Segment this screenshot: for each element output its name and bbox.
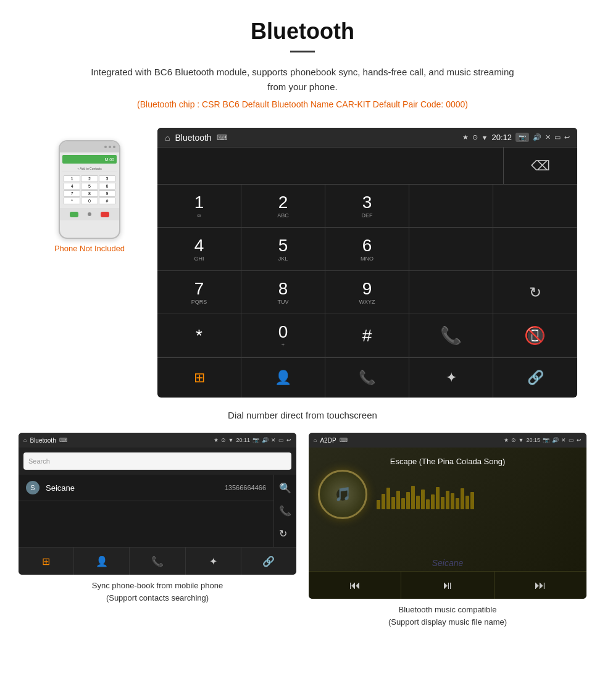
page-title: Bluetooth	[12, 19, 593, 44]
prev-track-button[interactable]: ⏮	[309, 572, 401, 599]
music-status-right: ★ ⊙ ▼ 20:15 📷 🔊 ✕ ▭ ↩	[504, 437, 582, 443]
music-content: Escape (The Pina Colada Song) 🎵	[309, 448, 586, 571]
close-icon[interactable]: ✕	[545, 133, 551, 141]
pb-link-btn[interactable]: 🔗	[241, 548, 296, 575]
bluetooth-status-icon: ★	[462, 133, 469, 141]
toolbar-link-button[interactable]: 🔗	[493, 358, 577, 398]
dial-key-8[interactable]: 8TUV	[241, 271, 325, 314]
phone-green-bar: M:00	[62, 155, 117, 164]
next-track-button[interactable]: ⏭	[494, 572, 586, 599]
pb-grid-btn[interactable]: ⊞	[19, 548, 74, 575]
music-status-left: ⌂ A2DP ⌨	[314, 437, 348, 444]
toolbar-contacts-button[interactable]: 👤	[241, 358, 325, 398]
pb-win-icon[interactable]: ▭	[278, 437, 284, 443]
pb-time: 20:11	[236, 437, 250, 443]
phonebook-right-panel: 🔍 📞 ↻	[273, 475, 296, 547]
music-close-icon[interactable]: ✕	[561, 437, 566, 443]
music-toolbar: ⏮ ⏯ ⏭	[309, 571, 586, 599]
status-time: 20:12	[491, 133, 512, 142]
location-status-icon: ⊙	[472, 133, 478, 141]
pb-bt-btn[interactable]: ✦	[186, 548, 241, 575]
search-placeholder: Search	[28, 457, 50, 465]
music-equalizer-area	[377, 480, 577, 509]
dial-key-hash[interactable]: #	[325, 314, 409, 357]
music-screen-title: A2DP	[320, 437, 336, 444]
delete-button[interactable]: ⌫	[503, 148, 577, 184]
bottom-section: ⌂ Bluetooth ⌨ ★ ⊙ ▼ 20:11 📷 🔊 ✕ ▭ ↩	[12, 433, 593, 628]
dial-key-7[interactable]: 7PQRS	[157, 271, 241, 314]
call-right-icon[interactable]: 📞	[279, 505, 291, 517]
pb-status-right: ★ ⊙ ▼ 20:11 📷 🔊 ✕ ▭ ↩	[214, 437, 291, 443]
end-call-button[interactable]: 📵	[493, 314, 577, 357]
pb-usb-icon: ⌨	[59, 437, 67, 443]
pb-cam-icon[interactable]: 📷	[252, 437, 259, 443]
page-specs: (Bluetooth chip : CSR BC6 Default Blueto…	[12, 99, 593, 109]
toolbar-calls-button[interactable]: 📞	[325, 358, 409, 398]
music-caption: Bluetooth music compatible (Support disp…	[388, 604, 507, 628]
pb-person-btn[interactable]: 👤	[74, 548, 130, 575]
music-loc-icon: ⊙	[511, 437, 516, 443]
back-icon[interactable]: ↩	[564, 133, 570, 141]
dial-key-2[interactable]: 2ABC	[241, 185, 325, 228]
music-vol-icon[interactable]: 🔊	[552, 437, 559, 443]
dial-empty-1	[409, 185, 493, 228]
music-win-icon[interactable]: ▭	[569, 437, 574, 443]
contact-avatar: S	[26, 481, 40, 494]
dial-display: ⌫	[157, 148, 577, 185]
call-button[interactable]: 📞	[409, 314, 493, 357]
music-screen: ⌂ A2DP ⌨ ★ ⊙ ▼ 20:15 📷 🔊 ✕ ▭ ↩	[309, 433, 586, 599]
play-pause-button[interactable]: ⏯	[401, 572, 494, 599]
pb-close-icon[interactable]: ✕	[271, 437, 276, 443]
page-description: Integrated with BC6 Bluetooth module, su…	[86, 65, 519, 94]
dial-empty-3	[409, 228, 493, 271]
contact-row[interactable]: S Seicane 13566664466	[19, 475, 273, 501]
status-right: ★ ⊙ ▼ 20:12 📷 🔊 ✕ ▭ ↩	[462, 133, 570, 142]
camera-button[interactable]: 📷	[515, 133, 529, 142]
dial-key-1[interactable]: 1∞	[157, 185, 241, 228]
phonebook-layout: S Seicane 13566664466 🔍 📞 ↻	[19, 475, 296, 547]
pb-call-btn[interactable]: 📞	[130, 548, 185, 575]
search-bar[interactable]: Search	[23, 452, 291, 470]
dial-key-6[interactable]: 6MNO	[325, 228, 409, 271]
dial-status-bar: ⌂ Bluetooth ⌨ ★ ⊙ ▼ 20:12 📷 🔊 ✕ ▭ ↩	[157, 128, 577, 148]
pb-home-icon[interactable]: ⌂	[23, 437, 27, 443]
window-icon[interactable]: ▭	[554, 133, 561, 141]
phonebook-toolbar: ⊞ 👤 📞 ✦ 🔗	[19, 547, 296, 575]
phone-keypad: 123 456 789 *0#	[62, 174, 117, 206]
music-time: 20:15	[526, 437, 540, 443]
music-bt-icon: ★	[504, 437, 509, 443]
phone-top-bar	[60, 141, 119, 152]
music-cam-icon[interactable]: 📷	[543, 437, 549, 443]
phonebook-status-bar: ⌂ Bluetooth ⌨ ★ ⊙ ▼ 20:11 📷 🔊 ✕ ▭ ↩	[19, 433, 296, 448]
music-home-icon[interactable]: ⌂	[314, 437, 317, 443]
song-title: Escape (The Pina Colada Song)	[318, 457, 577, 466]
dial-key-0[interactable]: 0+	[241, 314, 325, 357]
music-usb-icon: ⌨	[340, 437, 348, 443]
dial-screen-title: Bluetooth	[175, 133, 211, 143]
toolbar-grid-button[interactable]: ⊞	[157, 358, 241, 398]
dial-keypad-grid: 1∞ 2ABC 3DEF 4GHI 5JKL 6MNO	[157, 185, 577, 357]
dial-caption: Dial number direct from touchscreen	[228, 410, 377, 420]
dial-empty-5	[409, 271, 493, 314]
dial-key-9[interactable]: 9WXYZ	[325, 271, 409, 314]
search-right-icon[interactable]: 🔍	[279, 482, 291, 494]
dial-key-5[interactable]: 5JKL	[241, 228, 325, 271]
refresh-button[interactable]: ↻	[493, 271, 577, 314]
volume-icon[interactable]: 🔊	[533, 133, 541, 141]
phonebook-screen: ⌂ Bluetooth ⌨ ★ ⊙ ▼ 20:11 📷 🔊 ✕ ▭ ↩	[19, 433, 296, 575]
status-left: ⌂ Bluetooth ⌨	[165, 133, 227, 143]
dial-number-display	[157, 148, 503, 184]
dial-key-star[interactable]: *	[157, 314, 241, 357]
home-icon[interactable]: ⌂	[165, 133, 170, 143]
toolbar-bluetooth-button[interactable]: ✦	[409, 358, 493, 398]
dial-key-4[interactable]: 4GHI	[157, 228, 241, 271]
pb-back-icon[interactable]: ↩	[286, 437, 291, 443]
refresh-right-icon[interactable]: ↻	[279, 528, 291, 540]
phone-not-included-label: Phone Not Included	[54, 244, 125, 253]
pb-vol-icon[interactable]: 🔊	[262, 437, 269, 443]
dial-key-3[interactable]: 3DEF	[325, 185, 409, 228]
top-section: M:00 + Add to Contacts 123 456 789 *0# P…	[12, 128, 593, 398]
music-back-icon[interactable]: ↩	[577, 437, 582, 443]
phonebook-list: S Seicane 13566664466	[19, 475, 273, 547]
phone-device: M:00 + Add to Contacts 123 456 789 *0#	[59, 140, 120, 239]
